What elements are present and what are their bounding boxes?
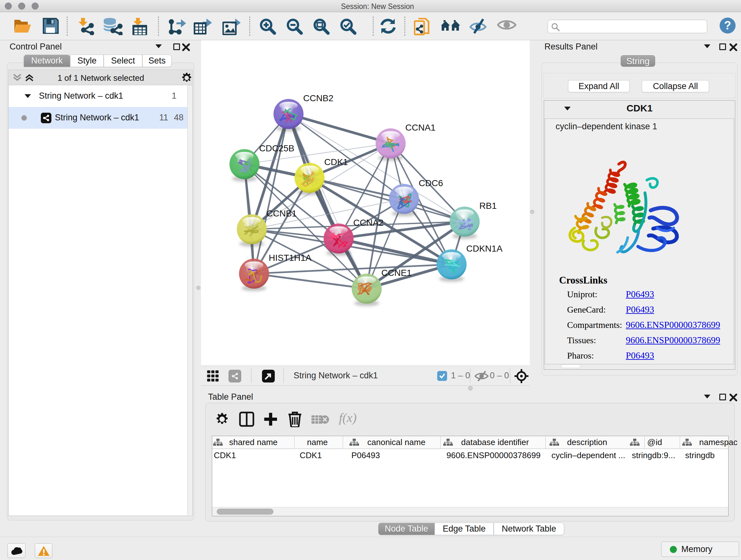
svg-text:CCNA1: CCNA1: [405, 123, 435, 132]
svg-text:HIST1H1A: HIST1H1A: [269, 253, 312, 263]
svg-text:CDC6: CDC6: [419, 178, 443, 188]
svg-text:CDK1: CDK1: [324, 157, 348, 167]
svg-text:CDC25B: CDC25B: [259, 143, 294, 153]
svg-text:CCNB1: CCNB1: [266, 208, 297, 219]
svg-text:CCNE1: CCNE1: [381, 268, 412, 278]
svg-text:?: ?: [724, 19, 731, 32]
svg-text:CCNB2: CCNB2: [303, 93, 333, 103]
svg-text:RB1: RB1: [479, 201, 496, 211]
svg-text:CDKN1A: CDKN1A: [466, 244, 502, 253]
svg-text:CCNA2: CCNA2: [353, 218, 384, 228]
